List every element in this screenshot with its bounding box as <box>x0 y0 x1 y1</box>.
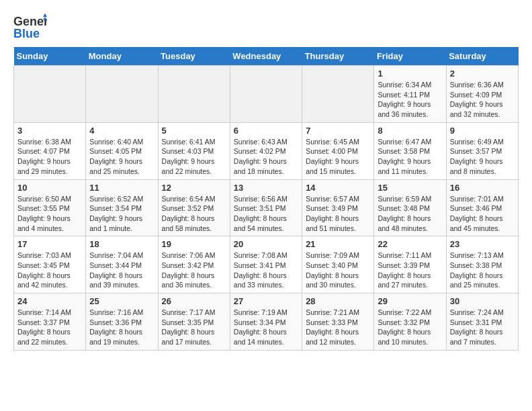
weekday-header-friday: Friday <box>374 47 446 66</box>
weekday-header-thursday: Thursday <box>302 47 374 66</box>
day-info: Sunrise: 6:49 AM Sunset: 3:57 PM Dayligh… <box>450 137 515 177</box>
calendar-cell: 29Sunrise: 7:22 AM Sunset: 3:32 PM Dayli… <box>374 293 446 351</box>
day-info: Sunrise: 7:09 AM Sunset: 3:40 PM Dayligh… <box>306 250 370 290</box>
day-number: 19 <box>162 239 226 249</box>
day-number: 17 <box>17 239 82 249</box>
calendar-cell: 1Sunrise: 6:34 AM Sunset: 4:11 PM Daylig… <box>374 66 446 123</box>
day-info: Sunrise: 6:59 AM Sunset: 3:48 PM Dayligh… <box>378 194 442 234</box>
day-number: 26 <box>162 296 226 306</box>
calendar-cell: 18Sunrise: 7:04 AM Sunset: 3:44 PM Dayli… <box>86 236 158 293</box>
day-info: Sunrise: 6:52 AM Sunset: 3:54 PM Dayligh… <box>89 194 154 234</box>
calendar-cell: 2Sunrise: 6:36 AM Sunset: 4:09 PM Daylig… <box>446 66 518 123</box>
day-info: Sunrise: 6:38 AM Sunset: 4:07 PM Dayligh… <box>17 137 82 177</box>
calendar-cell: 25Sunrise: 7:16 AM Sunset: 3:36 PM Dayli… <box>86 293 158 351</box>
day-info: Sunrise: 7:03 AM Sunset: 3:45 PM Dayligh… <box>17 250 82 290</box>
calendar-table: SundayMondayTuesdayWednesdayThursdayFrid… <box>13 47 519 351</box>
svg-text:Blue: Blue <box>13 27 40 40</box>
calendar-cell <box>230 66 302 123</box>
day-info: Sunrise: 7:01 AM Sunset: 3:46 PM Dayligh… <box>450 194 515 234</box>
day-number: 23 <box>450 239 515 249</box>
logo: General Blue <box>13 13 47 40</box>
calendar-cell: 12Sunrise: 6:54 AM Sunset: 3:52 PM Dayli… <box>158 179 230 236</box>
day-number: 4 <box>89 126 154 136</box>
calendar-cell: 23Sunrise: 7:13 AM Sunset: 3:38 PM Dayli… <box>446 236 518 293</box>
day-number: 11 <box>89 183 154 193</box>
day-info: Sunrise: 6:45 AM Sunset: 4:00 PM Dayligh… <box>306 137 370 177</box>
day-info: Sunrise: 7:17 AM Sunset: 3:35 PM Dayligh… <box>162 308 226 347</box>
calendar-cell: 19Sunrise: 7:06 AM Sunset: 3:42 PM Dayli… <box>158 236 230 293</box>
calendar-week-row: 3Sunrise: 6:38 AM Sunset: 4:07 PM Daylig… <box>14 122 519 179</box>
calendar-week-row: 1Sunrise: 6:34 AM Sunset: 4:11 PM Daylig… <box>14 66 519 123</box>
weekday-header-tuesday: Tuesday <box>158 47 230 66</box>
calendar-cell: 17Sunrise: 7:03 AM Sunset: 3:45 PM Dayli… <box>14 236 86 293</box>
day-number: 22 <box>378 239 442 249</box>
calendar-cell: 27Sunrise: 7:19 AM Sunset: 3:34 PM Dayli… <box>230 293 302 351</box>
day-number: 14 <box>306 183 370 193</box>
weekday-header-row: SundayMondayTuesdayWednesdayThursdayFrid… <box>14 47 519 66</box>
calendar-cell: 15Sunrise: 6:59 AM Sunset: 3:48 PM Dayli… <box>374 179 446 236</box>
day-number: 27 <box>234 296 298 306</box>
calendar-cell <box>302 66 374 123</box>
day-number: 10 <box>17 183 82 193</box>
day-info: Sunrise: 6:36 AM Sunset: 4:09 PM Dayligh… <box>450 80 515 120</box>
weekday-header-wednesday: Wednesday <box>230 47 302 66</box>
calendar-cell: 21Sunrise: 7:09 AM Sunset: 3:40 PM Dayli… <box>302 236 374 293</box>
day-info: Sunrise: 6:34 AM Sunset: 4:11 PM Dayligh… <box>378 80 442 120</box>
calendar-cell: 20Sunrise: 7:08 AM Sunset: 3:41 PM Dayli… <box>230 236 302 293</box>
day-number: 12 <box>162 183 226 193</box>
calendar-cell <box>14 66 86 123</box>
calendar-cell: 16Sunrise: 7:01 AM Sunset: 3:46 PM Dayli… <box>446 179 518 236</box>
day-info: Sunrise: 6:50 AM Sunset: 3:55 PM Dayligh… <box>17 194 82 234</box>
day-number: 29 <box>378 296 442 306</box>
day-info: Sunrise: 6:43 AM Sunset: 4:02 PM Dayligh… <box>234 137 298 177</box>
calendar-cell: 13Sunrise: 6:56 AM Sunset: 3:51 PM Dayli… <box>230 179 302 236</box>
calendar-cell: 24Sunrise: 7:14 AM Sunset: 3:37 PM Dayli… <box>14 293 86 351</box>
day-info: Sunrise: 7:14 AM Sunset: 3:37 PM Dayligh… <box>17 308 82 347</box>
calendar-cell: 8Sunrise: 6:47 AM Sunset: 3:58 PM Daylig… <box>374 122 446 179</box>
day-number: 9 <box>450 126 515 136</box>
calendar-week-row: 24Sunrise: 7:14 AM Sunset: 3:37 PM Dayli… <box>14 293 519 351</box>
calendar-cell: 11Sunrise: 6:52 AM Sunset: 3:54 PM Dayli… <box>86 179 158 236</box>
svg-text:General: General <box>13 15 47 28</box>
day-info: Sunrise: 7:08 AM Sunset: 3:41 PM Dayligh… <box>234 250 298 290</box>
calendar-week-row: 10Sunrise: 6:50 AM Sunset: 3:55 PM Dayli… <box>14 179 519 236</box>
day-number: 28 <box>306 296 370 306</box>
day-info: Sunrise: 7:11 AM Sunset: 3:39 PM Dayligh… <box>378 250 442 290</box>
day-info: Sunrise: 7:22 AM Sunset: 3:32 PM Dayligh… <box>378 308 442 347</box>
day-number: 13 <box>234 183 298 193</box>
calendar-cell <box>86 66 158 123</box>
day-number: 3 <box>17 126 82 136</box>
day-info: Sunrise: 6:57 AM Sunset: 3:49 PM Dayligh… <box>306 194 370 234</box>
calendar-cell: 6Sunrise: 6:43 AM Sunset: 4:02 PM Daylig… <box>230 122 302 179</box>
day-info: Sunrise: 7:16 AM Sunset: 3:36 PM Dayligh… <box>89 308 154 347</box>
calendar-cell: 28Sunrise: 7:21 AM Sunset: 3:33 PM Dayli… <box>302 293 374 351</box>
day-number: 21 <box>306 239 370 249</box>
calendar-cell: 26Sunrise: 7:17 AM Sunset: 3:35 PM Dayli… <box>158 293 230 351</box>
day-info: Sunrise: 6:40 AM Sunset: 4:05 PM Dayligh… <box>89 137 154 177</box>
calendar-week-row: 17Sunrise: 7:03 AM Sunset: 3:45 PM Dayli… <box>14 236 519 293</box>
calendar-cell: 5Sunrise: 6:41 AM Sunset: 4:03 PM Daylig… <box>158 122 230 179</box>
day-number: 24 <box>17 296 82 306</box>
calendar-cell: 9Sunrise: 6:49 AM Sunset: 3:57 PM Daylig… <box>446 122 518 179</box>
day-info: Sunrise: 7:19 AM Sunset: 3:34 PM Dayligh… <box>234 308 298 347</box>
calendar-cell: 3Sunrise: 6:38 AM Sunset: 4:07 PM Daylig… <box>14 122 86 179</box>
logo-icon: General Blue <box>13 13 47 40</box>
calendar-cell: 7Sunrise: 6:45 AM Sunset: 4:00 PM Daylig… <box>302 122 374 179</box>
day-number: 30 <box>450 296 515 306</box>
day-number: 6 <box>234 126 298 136</box>
day-info: Sunrise: 7:24 AM Sunset: 3:31 PM Dayligh… <box>450 308 515 347</box>
day-number: 16 <box>450 183 515 193</box>
day-info: Sunrise: 6:54 AM Sunset: 3:52 PM Dayligh… <box>162 194 226 234</box>
day-info: Sunrise: 6:47 AM Sunset: 3:58 PM Dayligh… <box>378 137 442 177</box>
day-number: 2 <box>450 68 515 79</box>
calendar-cell <box>158 66 230 123</box>
calendar-cell: 30Sunrise: 7:24 AM Sunset: 3:31 PM Dayli… <box>446 293 518 351</box>
calendar-cell: 22Sunrise: 7:11 AM Sunset: 3:39 PM Dayli… <box>374 236 446 293</box>
day-info: Sunrise: 7:21 AM Sunset: 3:33 PM Dayligh… <box>306 308 370 347</box>
day-number: 5 <box>162 126 226 136</box>
day-number: 7 <box>306 126 370 136</box>
day-info: Sunrise: 7:13 AM Sunset: 3:38 PM Dayligh… <box>450 250 515 290</box>
day-info: Sunrise: 7:06 AM Sunset: 3:42 PM Dayligh… <box>162 250 226 290</box>
day-number: 25 <box>89 296 154 306</box>
day-number: 8 <box>378 126 442 136</box>
